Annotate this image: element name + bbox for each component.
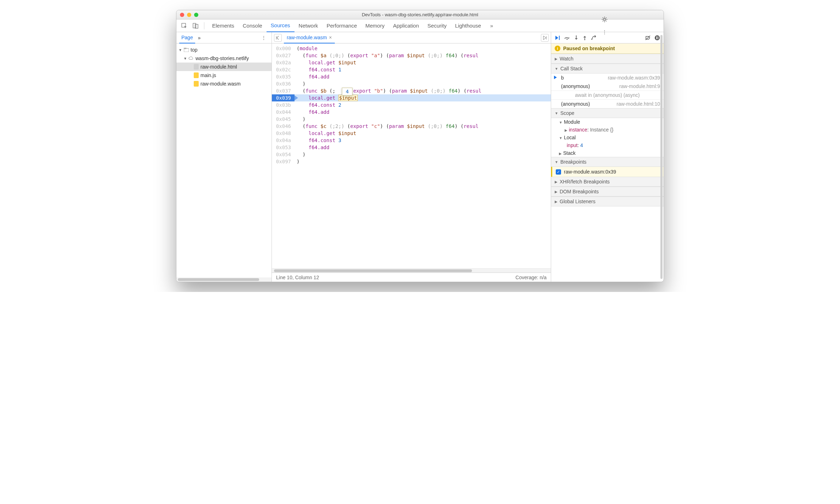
code-line[interactable]: 0x045 ): [272, 116, 551, 123]
code-line[interactable]: 0x046 (func $c (;2;) (export "c") (param…: [272, 123, 551, 130]
debugger-pane: i Paused on breakpoint ▶Watch ▼Call Stac…: [551, 32, 664, 282]
code-line[interactable]: 0x037 (func $b (; ) (export "b") (param …: [272, 87, 551, 94]
tree-file-html[interactable]: raw-module.html: [176, 63, 272, 71]
tab-memory[interactable]: Memory: [361, 19, 389, 32]
callstack-frame[interactable]: (anonymous)raw-module.html:10: [551, 100, 664, 108]
code-line[interactable]: 0x02c f64.const 1: [272, 66, 551, 73]
tab-security[interactable]: Security: [423, 19, 451, 32]
code-line[interactable]: 0x053 f64.add: [272, 144, 551, 151]
svg-point-9: [567, 39, 568, 40]
debugger-toolbar: [551, 32, 664, 43]
deactivate-breakpoints-icon[interactable]: [645, 35, 651, 41]
tab-lighthouse[interactable]: Lighthouse: [451, 19, 485, 32]
editor-nav-back-icon[interactable]: [274, 34, 282, 42]
window-minimize-button[interactable]: [187, 13, 191, 17]
code-line[interactable]: 0x03b f64.const 2: [272, 101, 551, 109]
scope-module[interactable]: ▼Module: [551, 118, 664, 126]
editor-run-snippet-icon[interactable]: [541, 34, 549, 42]
code-line[interactable]: 0x039 local.get $input: [272, 94, 551, 101]
scope-local[interactable]: ▼Local: [551, 134, 664, 141]
editor-cursor-pos: Line 10, Column 12: [276, 275, 319, 280]
tree-file-js[interactable]: main.js: [176, 71, 272, 80]
pause-exceptions-icon[interactable]: [654, 35, 660, 41]
scope-module-instance[interactable]: ▶instance: Instance {}: [551, 126, 664, 134]
section-global[interactable]: ▶Global Listeners: [551, 197, 664, 206]
callstack-frame[interactable]: (anonymous)raw-module.html:9: [551, 82, 664, 90]
svg-rect-7: [546, 36, 547, 40]
tree-top[interactable]: ▼ top: [176, 46, 272, 54]
tree-top-label: top: [191, 47, 197, 53]
section-scope[interactable]: ▼Scope: [551, 108, 664, 118]
section-breakpoints-label: Breakpoints: [560, 159, 587, 165]
step-out-icon[interactable]: [582, 35, 587, 41]
cloud-icon: [188, 55, 194, 61]
window-close-button[interactable]: [180, 13, 184, 17]
code-line[interactable]: 0x000(module: [272, 45, 551, 52]
tab-application[interactable]: Application: [389, 19, 423, 32]
svg-point-11: [584, 39, 585, 40]
step-into-icon[interactable]: [574, 35, 579, 41]
code-line[interactable]: 0x035 f64.add: [272, 73, 551, 80]
resume-icon[interactable]: [555, 35, 560, 41]
file-tree[interactable]: ▼ top ▼ wasm-dbg-stories.netlify raw-mod…: [176, 43, 272, 90]
step-over-icon[interactable]: [564, 35, 570, 41]
tab-network[interactable]: Network: [294, 19, 322, 32]
editor-coverage: Coverage: n/a: [515, 275, 547, 280]
section-scope-label: Scope: [560, 110, 574, 116]
close-icon[interactable]: ×: [329, 35, 332, 40]
section-global-label: Global Listeners: [560, 199, 595, 204]
settings-icon[interactable]: [600, 14, 609, 24]
tree-origin-label: wasm-dbg-stories.netlify: [196, 55, 249, 61]
code-line[interactable]: 0x044 f64.add: [272, 109, 551, 116]
js-file-icon: [194, 72, 199, 78]
scope-stack[interactable]: ▶Stack: [551, 149, 664, 157]
section-breakpoints[interactable]: ▼Breakpoints: [551, 157, 664, 167]
hover-value-tooltip: 4: [342, 88, 352, 95]
code-line[interactable]: 0x027 (func $a (;0;) (export "a") (param…: [272, 52, 551, 59]
section-xhr[interactable]: ▶XHR/fetch Breakpoints: [551, 177, 664, 187]
more-tabs-icon[interactable]: »: [487, 21, 497, 31]
checkbox-icon[interactable]: ✓: [556, 169, 561, 175]
code-line[interactable]: 0x097): [272, 158, 551, 165]
breakpoint-label: raw-module.wasm:0x39: [564, 169, 616, 175]
code-editor[interactable]: 0x000(module0x027 (func $a (;0;) (export…: [272, 43, 551, 166]
svg-rect-2: [195, 24, 198, 28]
navigator-page-tab[interactable]: Page: [179, 32, 195, 43]
navigator-menu-icon[interactable]: ⋮: [259, 33, 269, 43]
tree-origin[interactable]: ▼ wasm-dbg-stories.netlify: [176, 54, 272, 63]
callstack-frame[interactable]: braw-module.wasm:0x39: [551, 74, 664, 82]
code-line[interactable]: 0x04a f64.const 3: [272, 137, 551, 144]
device-mode-icon[interactable]: [191, 21, 200, 31]
scope-local-input[interactable]: input: 4: [551, 141, 664, 149]
info-icon: i: [555, 46, 560, 51]
breakpoint-item[interactable]: ✓ raw-module.wasm:0x39: [551, 167, 664, 177]
step-icon[interactable]: [591, 35, 597, 41]
svg-rect-8: [559, 36, 560, 40]
navigator-pane: Page » ⋮ ▼ top ▼ wasm-dbg-stories: [176, 32, 272, 282]
tree-file-wasm[interactable]: raw-module.wasm: [176, 80, 272, 88]
callstack-async-divider: await in (anonymous) (async): [551, 90, 664, 100]
code-line[interactable]: 0x036 ): [272, 80, 551, 87]
scope-local-label: Local: [564, 135, 576, 140]
tab-console[interactable]: Console: [239, 19, 267, 32]
debugger-scrollbar[interactable]: [660, 35, 663, 279]
svg-rect-15: [658, 36, 658, 39]
tab-sources[interactable]: Sources: [267, 19, 294, 32]
section-dom[interactable]: ▶DOM Breakpoints: [551, 187, 664, 197]
inspect-icon[interactable]: [179, 21, 189, 31]
section-xhr-label: XHR/fetch Breakpoints: [560, 179, 610, 184]
editor-h-scrollbar[interactable]: [272, 268, 551, 272]
code-line[interactable]: 0x054 ): [272, 151, 551, 158]
paused-banner: i Paused on breakpoint: [551, 43, 664, 54]
tab-elements[interactable]: Elements: [208, 19, 239, 32]
window-maximize-button[interactable]: [194, 13, 198, 17]
navigator-scrollbar[interactable]: [176, 277, 272, 282]
code-line[interactable]: 0x02a local.get $input: [272, 59, 551, 66]
section-callstack[interactable]: ▼Call Stack: [551, 64, 664, 74]
tab-performance[interactable]: Performance: [322, 19, 361, 32]
editor-file-tab[interactable]: raw-module.wasm ×: [284, 32, 335, 43]
paused-banner-label: Paused on breakpoint: [563, 46, 615, 51]
navigator-more-tabs-icon[interactable]: »: [198, 35, 201, 41]
section-watch[interactable]: ▶Watch: [551, 54, 664, 64]
code-line[interactable]: 0x048 local.get $input: [272, 130, 551, 137]
